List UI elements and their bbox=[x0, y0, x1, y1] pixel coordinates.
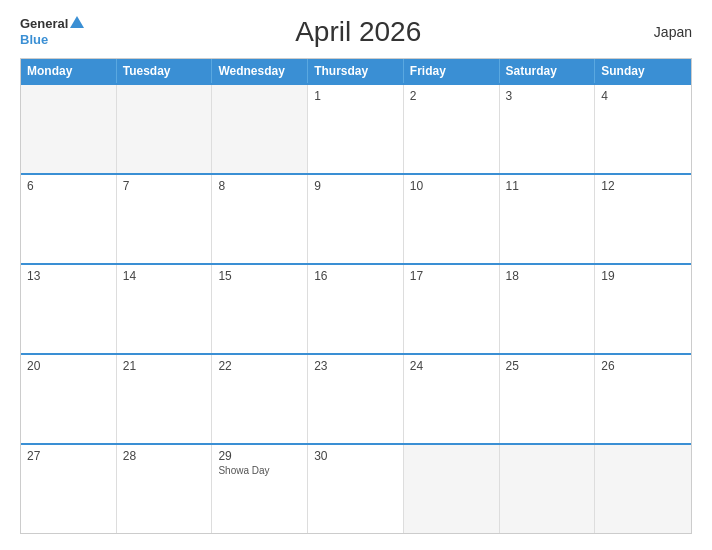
cal-cell-apr24: 24 bbox=[404, 355, 500, 443]
cal-cell-apr1: 1 bbox=[308, 85, 404, 173]
cal-cell-apr11: 11 bbox=[500, 175, 596, 263]
logo-triangle-icon bbox=[70, 16, 84, 28]
week-row-2: 6 7 8 9 10 11 12 bbox=[21, 173, 691, 263]
logo-general-text: General bbox=[20, 17, 68, 30]
cal-cell-empty bbox=[212, 85, 308, 173]
cal-cell-apr9: 9 bbox=[308, 175, 404, 263]
cal-cell-apr19: 19 bbox=[595, 265, 691, 353]
cal-cell-apr14: 14 bbox=[117, 265, 213, 353]
header-sunday: Sunday bbox=[595, 59, 691, 83]
cal-cell-apr13: 13 bbox=[21, 265, 117, 353]
cal-cell-apr25: 25 bbox=[500, 355, 596, 443]
weekday-header-row: Monday Tuesday Wednesday Thursday Friday… bbox=[21, 59, 691, 83]
cal-cell-apr18: 18 bbox=[500, 265, 596, 353]
cal-cell-apr7: 7 bbox=[117, 175, 213, 263]
cal-cell-apr3: 3 bbox=[500, 85, 596, 173]
cal-cell-apr10: 10 bbox=[404, 175, 500, 263]
header-wednesday: Wednesday bbox=[212, 59, 308, 83]
cal-cell-apr27: 27 bbox=[21, 445, 117, 533]
header: General Blue April 2026 Japan bbox=[20, 16, 692, 48]
header-friday: Friday bbox=[404, 59, 500, 83]
calendar-page: General Blue April 2026 Japan Monday Tue… bbox=[0, 0, 712, 550]
calendar-grid: Monday Tuesday Wednesday Thursday Friday… bbox=[20, 58, 692, 534]
cal-cell-apr29: 29 Showa Day bbox=[212, 445, 308, 533]
calendar-body: 1 2 3 4 6 7 bbox=[21, 83, 691, 533]
logo: General Blue bbox=[20, 16, 84, 48]
header-saturday: Saturday bbox=[500, 59, 596, 83]
country-label: Japan bbox=[632, 24, 692, 40]
cal-cell-apr16: 16 bbox=[308, 265, 404, 353]
week-row-1: 1 2 3 4 bbox=[21, 83, 691, 173]
cal-cell-apr4: 4 bbox=[595, 85, 691, 173]
cal-cell-empty bbox=[595, 445, 691, 533]
cal-cell-empty bbox=[21, 85, 117, 173]
cal-cell-apr8: 8 bbox=[212, 175, 308, 263]
cal-cell-apr22: 22 bbox=[212, 355, 308, 443]
logo-blue-text: Blue bbox=[20, 32, 48, 47]
header-thursday: Thursday bbox=[308, 59, 404, 83]
cal-cell-apr28: 28 bbox=[117, 445, 213, 533]
cal-cell-apr2: 2 bbox=[404, 85, 500, 173]
cal-cell-apr12: 12 bbox=[595, 175, 691, 263]
header-tuesday: Tuesday bbox=[117, 59, 213, 83]
week-row-3: 13 14 15 16 17 18 19 bbox=[21, 263, 691, 353]
cal-cell-apr15: 15 bbox=[212, 265, 308, 353]
week-row-4: 20 21 22 23 24 25 26 bbox=[21, 353, 691, 443]
cal-cell-apr6: 6 bbox=[21, 175, 117, 263]
cal-cell-apr23: 23 bbox=[308, 355, 404, 443]
calendar-title: April 2026 bbox=[84, 16, 632, 48]
cal-cell-empty bbox=[404, 445, 500, 533]
cal-cell-apr20: 20 bbox=[21, 355, 117, 443]
week-row-5: 27 28 29 Showa Day 30 bbox=[21, 443, 691, 533]
cal-cell-apr21: 21 bbox=[117, 355, 213, 443]
cal-cell-empty bbox=[500, 445, 596, 533]
header-monday: Monday bbox=[21, 59, 117, 83]
cal-cell-apr30: 30 bbox=[308, 445, 404, 533]
cal-cell-apr17: 17 bbox=[404, 265, 500, 353]
cal-cell-empty bbox=[117, 85, 213, 173]
cal-cell-apr26: 26 bbox=[595, 355, 691, 443]
